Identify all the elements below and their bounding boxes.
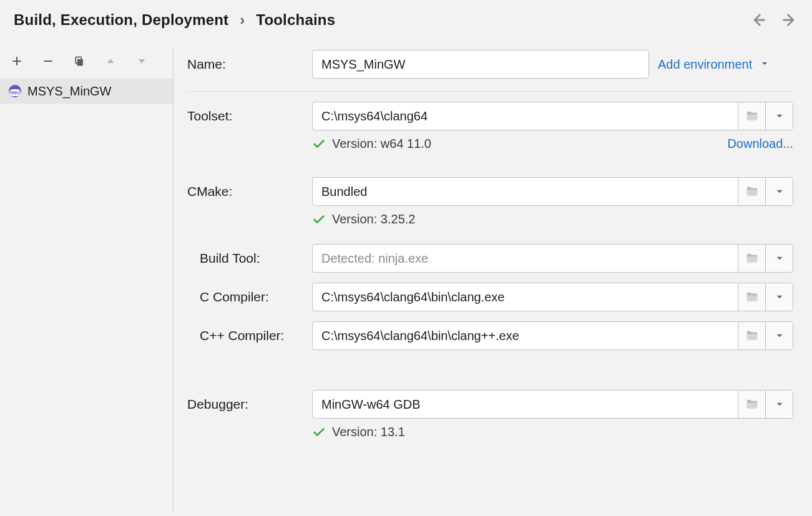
- history-nav: [750, 11, 798, 29]
- add-button[interactable]: [9, 53, 25, 69]
- cmake-field[interactable]: Bundled: [312, 177, 793, 206]
- toolchain-list: GNU MSYS_MinGW: [0, 79, 173, 512]
- move-up-button[interactable]: [102, 53, 119, 69]
- dropdown-button[interactable]: [765, 245, 793, 272]
- debugger-version: Version: 13.1: [332, 425, 405, 439]
- dropdown-button[interactable]: [765, 102, 793, 130]
- folder-icon: [745, 109, 759, 123]
- cmake-label: CMake:: [187, 184, 312, 199]
- chevron-down-icon: [774, 291, 785, 303]
- browse-button[interactable]: [738, 322, 765, 349]
- chevron-down-icon: [774, 330, 785, 341]
- plus-icon: [11, 55, 23, 67]
- c-compiler-value: C:\msys64\clang64\bin\clang.exe: [313, 283, 738, 311]
- copy-icon: [73, 55, 86, 67]
- folder-icon: [745, 290, 759, 304]
- name-label: Name:: [187, 57, 312, 72]
- chevron-down-icon: [774, 110, 785, 122]
- move-down-button[interactable]: [134, 53, 150, 69]
- toolchain-sidebar: GNU MSYS_MinGW: [0, 47, 174, 512]
- toolset-label: Toolset:: [187, 109, 312, 124]
- toolset-field[interactable]: C:\msys64\clang64: [312, 102, 793, 130]
- browse-button[interactable]: [738, 245, 765, 272]
- add-environment-link[interactable]: Add environment: [658, 57, 770, 72]
- remove-button[interactable]: [40, 53, 56, 69]
- browse-button[interactable]: [738, 102, 765, 130]
- download-link[interactable]: Download...: [727, 137, 793, 151]
- build-tool-placeholder: Detected: ninja.exe: [313, 245, 738, 272]
- debugger-label: Debugger:: [187, 397, 312, 412]
- folder-icon: [745, 397, 759, 411]
- cmake-version: Version: 3.25.2: [332, 212, 415, 226]
- arrow-left-icon: [750, 11, 767, 29]
- browse-button[interactable]: [738, 391, 765, 418]
- folder-icon: [745, 185, 759, 198]
- cxx-compiler-value: C:\msys64\clang64\bin\clang++.exe: [313, 322, 738, 349]
- cxx-compiler-field[interactable]: C:\msys64\clang64\bin\clang++.exe: [312, 321, 793, 350]
- breadcrumb: Build, Execution, Deployment › Toolchain…: [14, 11, 335, 29]
- divider: [187, 91, 793, 92]
- cxx-compiler-label: C++ Compiler:: [187, 328, 312, 343]
- dropdown-button[interactable]: [765, 322, 793, 349]
- check-icon: [312, 213, 326, 226]
- toolset-value: C:\msys64\clang64: [313, 102, 738, 130]
- breadcrumb-bar: Build, Execution, Deployment › Toolchain…: [0, 0, 812, 47]
- chevron-right-icon: ›: [240, 11, 245, 29]
- cmake-status: Version: 3.25.2: [312, 212, 793, 226]
- name-input[interactable]: [312, 50, 649, 79]
- dropdown-button[interactable]: [765, 283, 793, 311]
- triangle-down-icon: [136, 56, 147, 67]
- triangle-up-icon: [105, 56, 116, 67]
- chevron-down-icon: [774, 186, 785, 197]
- toolset-status: Version: w64 11.0: [312, 137, 727, 151]
- forward-button[interactable]: [781, 11, 798, 29]
- toolchain-form: Name: Add environment Toolset: C:\msys64…: [174, 47, 812, 512]
- build-tool-label: Build Tool:: [187, 251, 312, 266]
- debugger-field[interactable]: MinGW-w64 GDB: [312, 390, 793, 419]
- check-icon: [312, 137, 326, 151]
- cmake-value: Bundled: [313, 178, 738, 205]
- list-item-label: MSYS_MinGW: [27, 84, 111, 99]
- dropdown-button[interactable]: [765, 391, 793, 418]
- arrow-right-icon: [781, 11, 798, 29]
- breadcrumb-parent[interactable]: Build, Execution, Deployment: [14, 11, 228, 29]
- c-compiler-field[interactable]: C:\msys64\clang64\bin\clang.exe: [312, 283, 793, 311]
- debugger-value: MinGW-w64 GDB: [313, 391, 738, 418]
- list-item[interactable]: GNU MSYS_MinGW: [0, 79, 173, 104]
- folder-icon: [745, 251, 759, 265]
- check-icon: [312, 426, 326, 439]
- breadcrumb-current: Toolchains: [256, 11, 335, 29]
- chevron-down-icon: [774, 399, 785, 410]
- dropdown-button[interactable]: [765, 178, 793, 205]
- browse-button[interactable]: [738, 178, 765, 205]
- minus-icon: [42, 55, 54, 67]
- browse-button[interactable]: [738, 283, 765, 311]
- gnu-icon: GNU: [9, 85, 21, 97]
- back-button[interactable]: [750, 11, 767, 29]
- chevron-down-icon: [774, 253, 785, 264]
- sidebar-toolbar: [0, 47, 173, 79]
- add-environment-label: Add environment: [658, 57, 752, 71]
- build-tool-field[interactable]: Detected: ninja.exe: [312, 244, 793, 273]
- c-compiler-label: C Compiler:: [187, 290, 312, 304]
- copy-button[interactable]: [71, 53, 87, 69]
- toolset-version: Version: w64 11.0: [332, 137, 431, 151]
- folder-icon: [745, 329, 759, 343]
- chevron-down-icon: [760, 59, 770, 69]
- debugger-status: Version: 13.1: [312, 425, 793, 439]
